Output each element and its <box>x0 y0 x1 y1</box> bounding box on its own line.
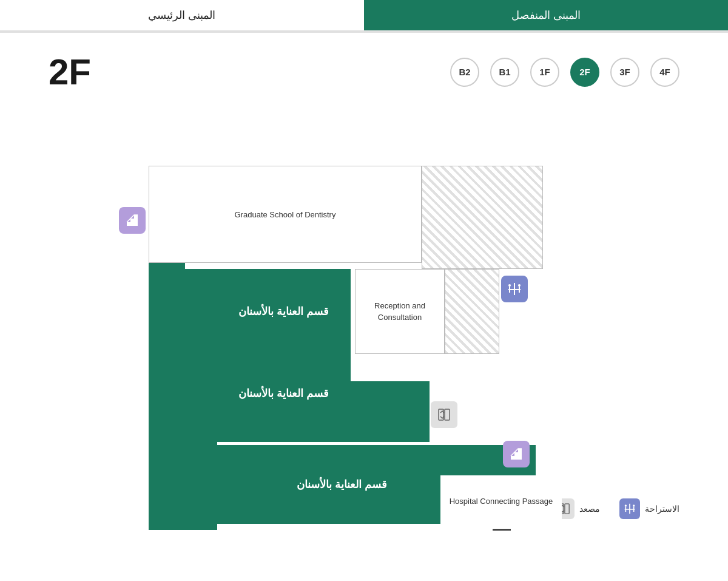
reception-room: Reception andConsultation <box>355 269 445 354</box>
dental-care-2-label: قسم العناية بالأسنان <box>238 387 329 400</box>
floor-btn-1f[interactable]: 1F <box>530 58 559 87</box>
passage-line <box>493 529 511 531</box>
stair-svg-right <box>510 447 523 461</box>
hospital-passage-room: Hospital Connecting Passage <box>440 475 562 527</box>
legend-restroom-svg <box>624 503 636 515</box>
svg-point-7 <box>508 284 511 287</box>
legend-restroom-icon <box>619 498 640 519</box>
floor-nav-area: 2F B2B11F2F3F4F <box>0 33 728 99</box>
svg-point-8 <box>518 284 521 287</box>
tab-annex-building[interactable]: المبنى المنفصل <box>364 0 728 30</box>
svg-point-23 <box>625 505 627 506</box>
hospital-passage-label: Hospital Connecting Passage <box>450 495 553 508</box>
dental-care-room-1: قسم العناية بالأسنان <box>217 269 351 354</box>
dental-care-room-2: قسم العناية بالأسنان <box>217 345 351 442</box>
svg-rect-10 <box>445 409 450 420</box>
graduate-school-room: Graduate School of Dentistry <box>149 166 422 263</box>
svg-rect-1 <box>130 219 134 226</box>
legend-restroom-label: الاستراحة <box>645 504 679 514</box>
elevator-svg <box>437 408 451 421</box>
floor-btn-b1[interactable]: B1 <box>490 58 519 87</box>
floor-map: Graduate School of Dentistry قسم العناية… <box>0 105 728 494</box>
floor-btn-3f[interactable]: 3F <box>610 58 639 87</box>
stair-left-icon[interactable] <box>119 207 146 234</box>
floor-btn-2f[interactable]: 2F <box>570 58 599 87</box>
stair-svg-left <box>126 214 139 227</box>
restroom-top-icon[interactable] <box>501 276 528 302</box>
header: المبنى الرئيسي المبنى المنفصل <box>0 0 728 32</box>
restroom-svg-top <box>507 282 522 296</box>
legend-restroom: الاستراحة <box>619 498 679 519</box>
svg-point-24 <box>633 505 635 506</box>
svg-rect-12 <box>514 452 518 460</box>
hatched-room-top <box>422 166 543 269</box>
floor-buttons: B2B11F2F3F4F <box>450 58 679 87</box>
dental-care-3-label: قسم العناية بالأسنان <box>297 478 387 491</box>
legend-elevator-label: مصعد <box>579 504 600 514</box>
svg-rect-11 <box>511 456 514 460</box>
reception-label: Reception andConsultation <box>374 300 425 324</box>
svg-rect-13 <box>518 449 522 460</box>
graduate-school-label: Graduate School of Dentistry <box>235 210 336 219</box>
reception-hatched <box>445 269 499 354</box>
floor-btn-b2[interactable]: B2 <box>450 58 479 87</box>
teal-middle-right-block <box>351 381 430 442</box>
tab-main-building[interactable]: المبنى الرئيسي <box>0 0 364 30</box>
svg-rect-9 <box>439 409 443 420</box>
current-floor-label: 2F <box>49 51 91 93</box>
dental-care-1-label: قسم العناية بالأسنان <box>238 305 329 318</box>
svg-rect-0 <box>127 222 130 226</box>
tab-annex-label: المبنى المنفصل <box>511 8 581 22</box>
svg-rect-2 <box>134 215 138 226</box>
floor-btn-4f[interactable]: 4F <box>650 58 679 87</box>
tab-main-label: المبنى الرئيسي <box>148 8 215 22</box>
svg-rect-18 <box>565 504 569 514</box>
stair-right-icon[interactable] <box>503 441 530 467</box>
elevator-center-icon[interactable] <box>431 401 457 428</box>
